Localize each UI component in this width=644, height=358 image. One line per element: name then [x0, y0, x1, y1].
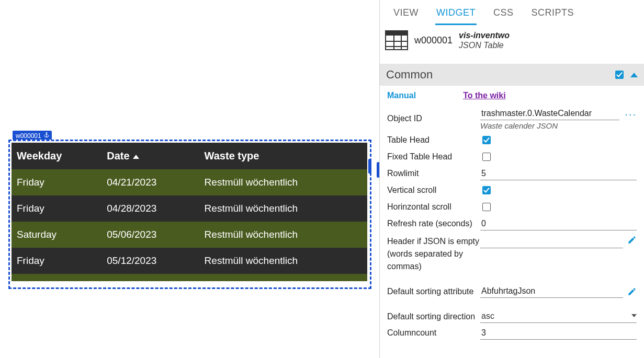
table-cell: 05/12/2023 [101, 248, 199, 274]
header-empty-input[interactable] [480, 235, 623, 248]
table-cell: Restmüll wöchentlich [199, 248, 367, 274]
widget-resize-handle[interactable] [368, 159, 371, 174]
table-cell: Restmüll wöchentlich [199, 169, 367, 195]
json-table-head: WeekdayDateWaste type [12, 143, 367, 169]
table-cell: 04/28/2023 [101, 195, 199, 222]
prop-default-sort-dir-label: Default sorting direction [387, 310, 480, 323]
widget-info: w000001 vis-inventwo JSON Table [380, 25, 644, 54]
wiki-link[interactable]: To the wiki [463, 91, 505, 100]
section-common-checkbox[interactable] [615, 71, 624, 79]
properties-panel: VIEW WIDGET CSS SCRIPTS w000001 vis-inve… [379, 0, 644, 358]
prop-refresh-rate: Refresh rate (seconds) [387, 215, 637, 232]
rowlimit-input[interactable] [480, 167, 637, 180]
chevron-up-icon [630, 73, 638, 77]
tab-widget[interactable]: WIDGET [435, 4, 477, 25]
table-row: Friday05/12/2023Restmüll wöchentlich [12, 248, 367, 274]
table-cell: Friday [12, 169, 101, 195]
prop-columncount-label: Columncount [387, 327, 480, 339]
prop-rowlimit: Rowlimit [387, 165, 637, 182]
json-table-body: Friday04/21/2023Restmüll wöchentlichFrid… [12, 169, 367, 274]
prop-horizontal-scroll-label: Horinzontal scroll [387, 201, 480, 213]
section-common-title: Common [386, 68, 433, 82]
prop-header-empty-label: Header if JSON is empty (words separated… [387, 235, 480, 273]
prop-horizontal-scroll: Horinzontal scroll [387, 199, 637, 215]
prop-rowlimit-label: Rowlimit [387, 167, 480, 180]
prop-default-sort-attr-label: Default sorting attribute [387, 285, 480, 298]
manual-row: Manual To the wiki [380, 86, 644, 103]
fixed-table-head-checkbox[interactable] [482, 153, 491, 161]
default-sort-dir-value: asc [481, 311, 494, 320]
object-id-helper: Waste calender JSON [480, 121, 637, 130]
widget-selection-id: w000001 [16, 132, 41, 140]
table-head-checkbox[interactable] [482, 136, 491, 144]
table-icon [385, 30, 408, 50]
tab-css[interactable]: CSS [492, 4, 515, 25]
anchor-icon [43, 132, 50, 140]
default-sort-dir-select[interactable]: asc [480, 310, 637, 323]
table-row: Friday04/28/2023Restmüll wöchentlich [12, 195, 367, 222]
json-table-widget[interactable]: WeekdayDateWaste type Friday04/21/2023Re… [8, 140, 371, 289]
horizontal-scroll-checkbox[interactable] [482, 203, 491, 211]
json-table-stripe [12, 274, 367, 281]
vertical-scroll-checkbox[interactable] [482, 186, 491, 194]
refresh-rate-input[interactable] [480, 217, 637, 230]
prop-vertical-scroll: Vertical scroll [387, 182, 637, 199]
table-row: Friday04/21/2023Restmüll wöchentlich [12, 169, 367, 195]
pencil-icon[interactable] [627, 287, 637, 296]
prop-default-sort-attr: Default sorting attribute [387, 274, 637, 299]
table-cell: Friday [12, 248, 101, 274]
object-id-browse-icon[interactable]: ··· [625, 111, 637, 117]
table-cell: Restmüll wöchentlich [199, 195, 367, 222]
table-row: Saturday05/06/2023Restmüll wöchentlich [12, 222, 367, 248]
prop-header-empty: Header if JSON is empty (words separated… [387, 232, 637, 274]
table-header-cell[interactable]: Weekday [12, 143, 101, 169]
prop-object-id-label: Object ID [387, 107, 480, 125]
prop-fixed-table-head-label: Fixed Table Head [387, 151, 480, 163]
columncount-input[interactable] [480, 327, 637, 340]
section-common-header[interactable]: Common [380, 64, 644, 86]
tab-scripts[interactable]: SCRIPTS [530, 4, 575, 25]
prop-table-head: Table Head [387, 132, 637, 148]
table-cell: Friday [12, 195, 101, 222]
prop-object-id: Object ID ··· Waste calender JSON [387, 106, 637, 132]
prop-fixed-table-head: Fixed Table Head [387, 148, 637, 165]
manual-label: Manual [387, 91, 416, 100]
table-header-cell[interactable]: Date [101, 143, 199, 169]
prop-columncount: Columncount [387, 325, 637, 341]
widget-brand: vis-inventwo [459, 30, 510, 40]
default-sort-attr-input[interactable] [480, 285, 623, 298]
table-cell: 05/06/2023 [101, 222, 199, 248]
section-common: Common Manual To the wiki Object ID ··· [380, 64, 644, 341]
table-cell: Restmüll wöchentlich [199, 222, 367, 248]
prop-vertical-scroll-label: Vertical scroll [387, 184, 480, 197]
table-header-cell[interactable]: Waste type [199, 143, 367, 169]
pencil-icon[interactable] [627, 235, 637, 245]
widget-id: w000001 [414, 35, 453, 46]
editor-canvas: w000001 WeekdayDateWaste type Friday04/2… [0, 0, 377, 358]
widget-type: JSON Table [459, 40, 510, 50]
table-cell: Saturday [12, 222, 101, 248]
chevron-down-icon [631, 314, 637, 317]
tab-view[interactable]: VIEW [392, 4, 420, 25]
object-id-input[interactable] [480, 107, 619, 120]
json-table: WeekdayDateWaste type Friday04/21/2023Re… [12, 143, 367, 274]
panel-tabs: VIEW WIDGET CSS SCRIPTS [380, 0, 644, 25]
prop-default-sort-dir: Default sorting direction asc [387, 299, 637, 325]
prop-table-head-label: Table Head [387, 134, 480, 146]
sort-asc-icon [133, 155, 139, 159]
table-cell: 04/21/2023 [101, 169, 199, 195]
prop-refresh-rate-label: Refresh rate (seconds) [387, 217, 480, 230]
